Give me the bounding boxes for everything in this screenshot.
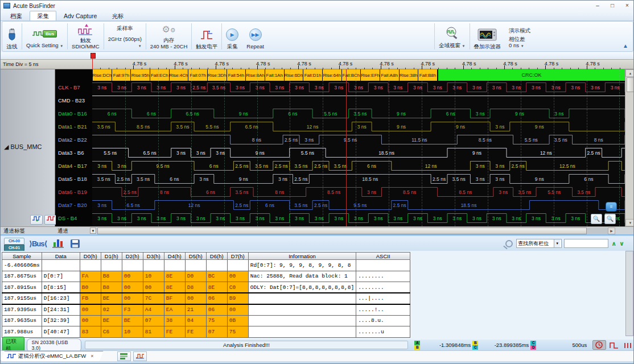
waveform-row[interactable]: 5.5 ns6.5 ns3 ns3 ns3 ns9 ns5.5 ns18.5 n… <box>92 146 625 159</box>
sample-cell[interactable]: -6.406606ms <box>2 260 42 271</box>
hex-cell[interactable]: 7C <box>143 293 164 304</box>
ascii-cell[interactable]: ....8.u. <box>356 315 410 326</box>
hex-cell[interactable] <box>227 260 248 271</box>
hex-cell[interactable]: 00 <box>185 293 206 304</box>
scroll-down-button[interactable]: ▼ <box>625 219 634 226</box>
hex-cell[interactable] <box>143 260 164 271</box>
bus-decode-row[interactable]: Rise:DChFall:97hRise:95hFall:EChRise:4Ch… <box>92 69 625 81</box>
channel-label[interactable]: CMD - B23 <box>58 94 85 107</box>
hex-cell[interactable]: FE <box>185 326 206 338</box>
sample-cell[interactable]: 187.8915us <box>2 282 42 293</box>
phase-value-select[interactable]: 0 ns ▼ <box>509 42 524 49</box>
minimize-button[interactable]: – <box>590 1 605 11</box>
hscroll-thumb[interactable] <box>97 228 587 234</box>
table-row[interactable]: 187.9395usD[24:31]0002F3A4EA210600.....!… <box>2 304 410 316</box>
table-header[interactable]: D2(h) <box>122 253 143 260</box>
waveform-row[interactable]: 3 ns3 ns3 ns3 ns3 ns3 ns3 ns3 ns3 ns3 ns… <box>92 212 625 225</box>
sample-cell[interactable]: 187.988us <box>2 326 42 338</box>
bus-event[interactable]: Fall:1Ah <box>265 69 284 81</box>
repeat-button[interactable]: ▶▶ Repeat <box>242 22 268 51</box>
bus-event[interactable]: Rise:95h <box>130 69 150 81</box>
waveform-area[interactable]: Rise:DChFall:97hRise:95hFall:EChRise:4Ch… <box>92 69 625 226</box>
bus-event[interactable]: Fall:B8h <box>418 69 437 81</box>
table-row[interactable]: 187.9635usD[32:39]00BEBE073804750B....8.… <box>2 315 410 326</box>
data-range-cell[interactable] <box>42 260 80 271</box>
close-button[interactable]: × <box>620 1 634 11</box>
table-row[interactable]: 187.9155usD[16:23]FBBE007CBF0006B9...|..… <box>2 293 410 304</box>
hex-cell[interactable] <box>206 260 227 271</box>
hex-cell[interactable]: FE <box>164 326 185 338</box>
sample-cell[interactable]: 187.9395us <box>2 304 42 316</box>
information-cell[interactable] <box>248 293 356 304</box>
hex-cell[interactable]: 83 <box>80 326 101 338</box>
information-cell[interactable] <box>248 315 356 326</box>
hex-cell[interactable]: B8 <box>101 282 122 293</box>
quick-setting-button[interactable]: Bus Quick Setting ▼ <box>22 22 67 51</box>
hex-cell[interactable]: F3 <box>122 304 143 316</box>
bus-event[interactable]: Fall:ECh <box>150 69 169 81</box>
hex-cell[interactable]: 07 <box>143 315 164 326</box>
zoom-in-button[interactable]: 🔍+ <box>604 214 616 224</box>
ascii-cell[interactable]: ........ <box>356 282 410 293</box>
sample-rate-select[interactable]: 采样率 2GHz (500ps) ▼ <box>104 22 146 51</box>
zoom-out-button[interactable]: 🔍− <box>591 214 602 224</box>
data-range-cell[interactable]: D[24:31] <box>42 304 80 316</box>
table-header[interactable]: D4(h) <box>164 253 185 260</box>
waveform-row[interactable] <box>92 94 625 107</box>
hex-cell[interactable]: 8E <box>164 282 185 293</box>
bus-event[interactable]: Rise:DCh <box>92 69 112 81</box>
hex-cell[interactable]: 07 <box>206 326 227 338</box>
time-ruler[interactable]: Time Div = 5 ns 4.78 s4.78 s4.78 s4.78 s… <box>1 59 634 69</box>
hex-cell[interactable] <box>80 260 101 271</box>
menu-tab-capture[interactable]: 采集 <box>30 11 56 20</box>
waveform-row[interactable]: 8 ns2.5 ns3 ns9.5 ns11.5 ns8.5 ns5.5 ns3… <box>92 133 625 146</box>
pulse-view-button[interactable] <box>608 340 620 350</box>
bus-event[interactable]: Rise:3Dh <box>207 69 227 81</box>
channel-label[interactable]: Data3 - B6 <box>58 146 84 159</box>
horizontal-scrollbar[interactable]: ▶ <box>97 228 615 234</box>
hex-cell[interactable]: D8 <box>185 282 206 293</box>
hex-cell[interactable]: 8E <box>206 282 227 293</box>
bus-event[interactable]: Fall:D1h <box>303 69 322 81</box>
bus-view-button[interactable]: ⟩Bus⟨ <box>29 239 47 248</box>
hex-cell[interactable]: 21 <box>185 304 206 316</box>
channel-label[interactable]: Data6 - B19 <box>58 185 87 198</box>
hex-cell[interactable]: 75 <box>206 315 227 326</box>
save-report-button[interactable] <box>71 239 80 248</box>
hex-cell[interactable]: 38 <box>164 315 185 326</box>
waveform-row[interactable]: 3 ns3 ns3 ns3 ns3 ns2.5 ns3.5 ns3 ns3 ns… <box>92 81 625 94</box>
cursor-line[interactable] <box>346 69 347 226</box>
scroll-right-button[interactable]: ▶ <box>608 228 615 234</box>
search-prev-button[interactable]: ∧ <box>611 239 616 248</box>
table-header[interactable]: ASCII <box>356 253 410 260</box>
channel-label[interactable]: Data4 - B17 <box>58 159 87 172</box>
bus-event[interactable]: Rise:64h <box>322 69 341 81</box>
data-range-cell[interactable]: D[16:23] <box>42 293 80 304</box>
channel-label[interactable]: Data1 - B21 <box>58 120 87 133</box>
table-header[interactable]: Data <box>42 253 80 260</box>
table-header[interactable]: D0(h) <box>80 253 101 260</box>
connect-button[interactable]: 连线 <box>2 22 22 51</box>
menu-tab-cursor[interactable]: 光标 <box>104 11 131 20</box>
data-range-cell[interactable]: D[0:7] <box>42 271 80 282</box>
hex-cell[interactable]: D0 <box>185 271 206 282</box>
hex-cell[interactable]: BE <box>122 315 143 326</box>
channel-label[interactable]: Data7 - B20 <box>58 198 87 212</box>
channel-label[interactable]: Data5 - B18 <box>58 172 87 185</box>
table-scrollbar[interactable] <box>625 251 633 336</box>
waveform-row[interactable]: 6 ns6 ns6.5 ns9 ns6 ns5.5 ns3.5 ns9 ns6 … <box>92 107 625 120</box>
hex-cell[interactable]: 00 <box>80 315 101 326</box>
hex-cell[interactable] <box>164 260 185 271</box>
hex-cell[interactable]: 06 <box>206 293 227 304</box>
ascii-cell[interactable] <box>356 260 410 271</box>
information-cell[interactable]: Nac: 25888, Read data block: 1 <box>248 271 356 282</box>
hex-cell[interactable]: BE <box>101 293 122 304</box>
capture-button[interactable]: ▶ 采集 <box>222 22 242 51</box>
hex-cell[interactable]: 06 <box>206 304 227 316</box>
data-range-cell[interactable]: D[8:15] <box>42 282 80 293</box>
trigger-setting-button[interactable]: 触发SDIO/MMC <box>68 22 104 51</box>
hex-cell[interactable]: 00 <box>227 304 248 316</box>
hex-cell[interactable]: 00 <box>227 271 248 282</box>
channel-list-button[interactable]: CH-00CH-01 <box>4 238 24 249</box>
channel-label[interactable]: CLK - B7 <box>58 81 80 94</box>
